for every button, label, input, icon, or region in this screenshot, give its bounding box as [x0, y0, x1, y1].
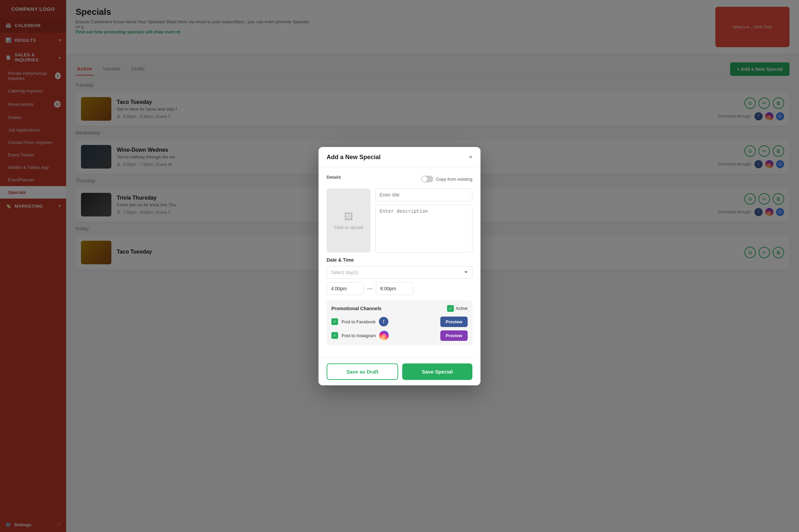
promo-item-facebook: ✓ Post to Facebook f Preview: [331, 317, 468, 327]
active-check: ✓: [447, 305, 454, 312]
day-select[interactable]: Select day(s): [327, 266, 472, 279]
time-start-input[interactable]: [327, 282, 364, 295]
promo-title: Promotional Channels: [331, 306, 382, 311]
ig-icon: ◎: [379, 331, 389, 340]
time-dash: —: [367, 286, 373, 292]
active-badge: ✓ Active: [447, 305, 468, 312]
fb-checkbox[interactable]: ✓: [331, 318, 338, 325]
copy-from-label: Copy from existing: [436, 177, 472, 182]
modal-close-button[interactable]: ×: [469, 154, 472, 161]
description-textarea[interactable]: [375, 205, 472, 252]
modal-overlay[interactable]: Add a New Special × Details Copy from ex…: [0, 0, 799, 532]
promo-item-instagram: ✓ Post to Instagram ◎ Preview: [331, 330, 468, 341]
ig-checkbox[interactable]: ✓: [331, 332, 338, 339]
modal-footer: Save as Draft Save Special: [319, 358, 480, 385]
title-input[interactable]: [375, 188, 472, 201]
fb-icon: f: [379, 317, 388, 326]
promo-section: Promotional Channels ✓ Active ✓ Post to …: [327, 300, 472, 346]
modal-header: Add a New Special ×: [319, 147, 480, 168]
save-draft-button[interactable]: Save as Draft: [327, 363, 398, 380]
promo-header: Promotional Channels ✓ Active: [331, 305, 468, 312]
ig-label: Post to Instagram: [342, 333, 376, 338]
upload-box[interactable]: 🖼 Click to upload: [327, 188, 370, 252]
active-label: Active: [456, 306, 468, 311]
datetime-label: Date & Time: [327, 257, 472, 263]
section-details-label: Details: [327, 175, 341, 180]
time-row: —: [327, 282, 472, 295]
modal-body: Details Copy from existing 🖼 Click to up…: [319, 168, 480, 358]
upload-label: Click to upload: [334, 225, 363, 230]
right-fields: [375, 188, 472, 252]
time-end-input[interactable]: [376, 282, 413, 295]
save-special-button[interactable]: Save Special: [402, 363, 472, 380]
fb-preview-button[interactable]: Preview: [440, 317, 468, 327]
details-header: Details Copy from existing: [327, 175, 472, 184]
datetime-section: Date & Time Select day(s) —: [327, 257, 472, 295]
ig-preview-button[interactable]: Preview: [440, 330, 468, 341]
modal-title: Add a New Special: [327, 154, 381, 161]
details-row: 🖼 Click to upload: [327, 188, 472, 252]
fb-label: Post to Facebook: [342, 319, 376, 324]
upload-icon: 🖼: [344, 211, 353, 222]
add-special-modal: Add a New Special × Details Copy from ex…: [319, 147, 480, 385]
copy-from-toggle[interactable]: Copy from existing: [421, 176, 472, 183]
copy-toggle-switch[interactable]: [421, 176, 433, 183]
